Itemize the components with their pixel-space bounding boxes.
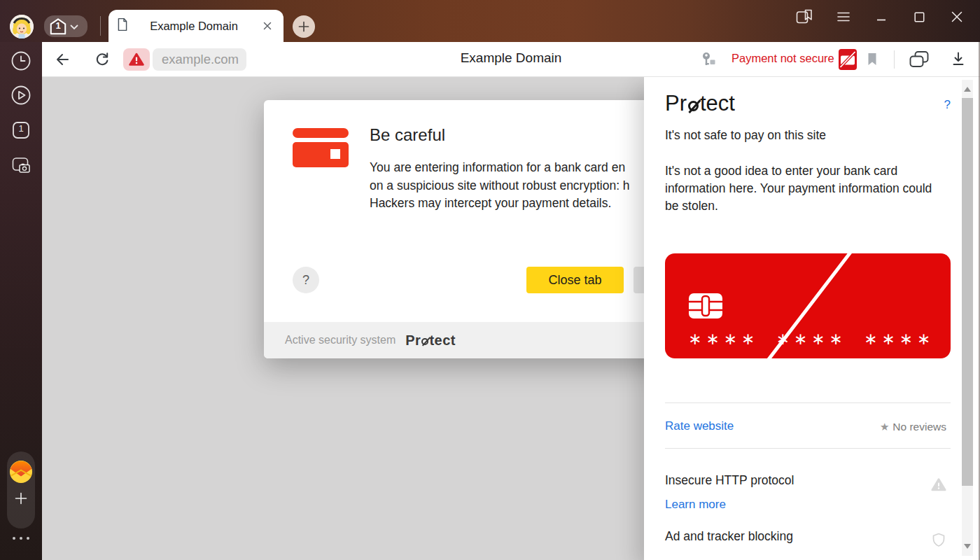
scroll-up-arrow[interactable] bbox=[964, 87, 971, 92]
star-icon: ★ bbox=[880, 421, 889, 433]
http-section-title: Insecure HTTP protocol bbox=[665, 473, 794, 488]
dot-icon bbox=[20, 537, 22, 540]
card-chip-icon bbox=[688, 293, 723, 322]
tab-title: Example Domain bbox=[128, 20, 260, 33]
dialog-help-button[interactable]: ? bbox=[293, 267, 319, 293]
reviews-status: ★ No reviews bbox=[880, 421, 946, 433]
sidebar: 1 bbox=[0, 42, 42, 560]
mail-app-button[interactable] bbox=[9, 460, 33, 484]
tab-example-domain[interactable]: Example Domain bbox=[108, 10, 284, 42]
sidebar-tabs-count: 1 bbox=[10, 123, 31, 134]
screenshot-camera-icon bbox=[10, 155, 31, 175]
site-warning-badge[interactable] bbox=[123, 48, 150, 71]
panel-headline: It's not safe to pay on this site bbox=[665, 128, 826, 143]
dialog-footer: Active security system Prtect bbox=[264, 322, 684, 358]
dialog-title: Be careful bbox=[370, 125, 445, 145]
key-icon bbox=[701, 51, 718, 66]
collections-button[interactable] bbox=[909, 50, 930, 69]
dot-icon bbox=[27, 537, 29, 540]
tab-group-shape: 1 bbox=[49, 18, 67, 36]
no-reviews-label: No reviews bbox=[892, 421, 946, 433]
protect-logo-small: Prtect bbox=[405, 332, 456, 349]
plus-icon bbox=[15, 492, 27, 505]
password-manager-button[interactable] bbox=[701, 51, 718, 66]
maximize-icon bbox=[914, 12, 925, 22]
bookmark-icon bbox=[867, 52, 878, 66]
adblock-section-title: Ad and tracker blocking bbox=[665, 529, 793, 544]
collections-icon bbox=[909, 50, 930, 69]
downloads-button[interactable] bbox=[951, 51, 966, 66]
panel-description: It's not a good idea to enter your bank … bbox=[665, 162, 934, 215]
scroll-down-arrow[interactable] bbox=[964, 544, 971, 549]
page-document-icon bbox=[117, 18, 128, 34]
panels-bookmark-icon bbox=[795, 8, 813, 25]
tab-group-selector[interactable]: 1 bbox=[44, 15, 88, 37]
address-toolbar: example.com Example Domain Payment not s… bbox=[42, 42, 980, 77]
minimize-icon bbox=[876, 12, 886, 22]
minimize-button[interactable] bbox=[872, 8, 890, 26]
address-url-field[interactable]: example.com bbox=[153, 48, 246, 71]
dialog-body-text: You are entering information for a bank … bbox=[370, 159, 630, 213]
side-panel-toggle-button[interactable] bbox=[795, 8, 813, 26]
protect-logo: Prtect bbox=[665, 91, 735, 116]
history-button[interactable] bbox=[0, 50, 42, 71]
close-icon bbox=[951, 11, 962, 22]
tab-close-icon[interactable] bbox=[260, 18, 275, 34]
video-button[interactable] bbox=[0, 85, 42, 106]
close-tab-button[interactable]: Close tab bbox=[526, 267, 624, 293]
menu-button[interactable] bbox=[834, 8, 853, 26]
play-circle-icon bbox=[10, 85, 31, 106]
tabstrip-divider bbox=[100, 16, 101, 36]
payment-warning-badge[interactable] bbox=[839, 49, 857, 70]
back-arrow-icon bbox=[54, 51, 71, 68]
tab-strip: 1 Example Domain bbox=[0, 0, 980, 42]
reload-button[interactable] bbox=[94, 51, 111, 68]
scrollbar-thumb[interactable] bbox=[962, 98, 973, 486]
http-warning-icon bbox=[931, 477, 946, 494]
avatar-girl-icon bbox=[10, 15, 34, 38]
sidebar-more-button[interactable] bbox=[0, 537, 42, 540]
rate-website-link[interactable]: Rate website bbox=[665, 419, 734, 433]
masked-card-number: ∗∗∗∗ ∗∗∗∗ ∗∗∗∗ 7867 bbox=[688, 330, 931, 349]
pinned-apps-dock bbox=[7, 451, 35, 528]
bank-card-warning-icon bbox=[293, 128, 349, 167]
crossed-card-icon bbox=[839, 49, 857, 70]
blocked-bank-card-graphic: ∗∗∗∗ ∗∗∗∗ ∗∗∗∗ 7867 bbox=[665, 253, 951, 358]
toolbar-separator bbox=[894, 50, 895, 69]
mail-icon bbox=[9, 460, 33, 484]
protect-panel: Prtect ? It's not safe to pay on this si… bbox=[644, 77, 980, 560]
screenshot-button[interactable] bbox=[0, 155, 42, 175]
active-security-label: Active security system bbox=[285, 334, 396, 346]
download-icon bbox=[951, 51, 966, 66]
browser-window: 1 Example Domain bbox=[0, 0, 980, 560]
reload-icon bbox=[94, 51, 111, 68]
protect-logo-o-glyph bbox=[688, 101, 699, 111]
payment-not-secure-label[interactable]: Payment not secure bbox=[732, 52, 834, 65]
panel-divider bbox=[665, 448, 951, 449]
card-slash-mark bbox=[757, 239, 862, 374]
panel-divider bbox=[665, 402, 951, 403]
tab-group-count: 1 bbox=[49, 20, 67, 31]
chevron-down-icon bbox=[70, 20, 78, 33]
panel-help-link[interactable]: ? bbox=[944, 98, 951, 112]
plus-icon bbox=[298, 21, 309, 32]
warning-triangle-icon bbox=[129, 52, 144, 66]
panel-scrollbar[interactable] bbox=[962, 80, 973, 556]
user-avatar[interactable] bbox=[10, 15, 34, 38]
tabs-panel-button[interactable]: 1 bbox=[0, 120, 42, 141]
add-app-button[interactable] bbox=[7, 492, 35, 505]
clock-icon bbox=[10, 50, 31, 71]
back-button[interactable] bbox=[54, 51, 71, 68]
maximize-button[interactable] bbox=[910, 8, 928, 26]
bookmark-page-button[interactable] bbox=[867, 52, 878, 66]
protect-logo-o-glyph bbox=[421, 338, 428, 345]
adblock-shield-icon bbox=[931, 532, 946, 550]
learn-more-link[interactable]: Learn more bbox=[665, 498, 726, 512]
be-careful-dialog: Be careful You are entering information … bbox=[264, 100, 684, 358]
dot-icon bbox=[13, 537, 15, 540]
new-tab-button[interactable] bbox=[293, 15, 315, 38]
close-window-button[interactable] bbox=[948, 8, 966, 26]
hamburger-icon bbox=[837, 12, 850, 22]
url-text: example.com bbox=[162, 52, 239, 67]
